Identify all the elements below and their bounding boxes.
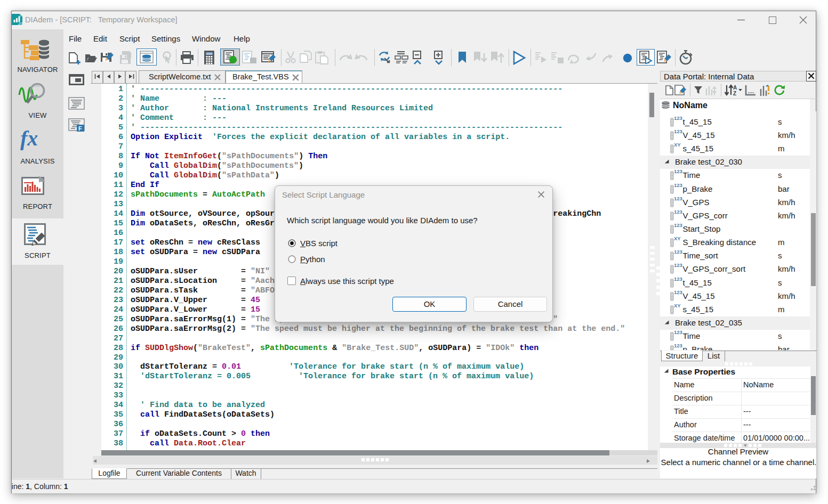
svg-text:A: A (733, 85, 737, 91)
svg-text:20: 20 (18, 21, 22, 25)
svg-text:F: F (78, 125, 82, 132)
svg-text:fx: fx (20, 128, 38, 150)
svg-text:Z: Z (733, 91, 736, 96)
